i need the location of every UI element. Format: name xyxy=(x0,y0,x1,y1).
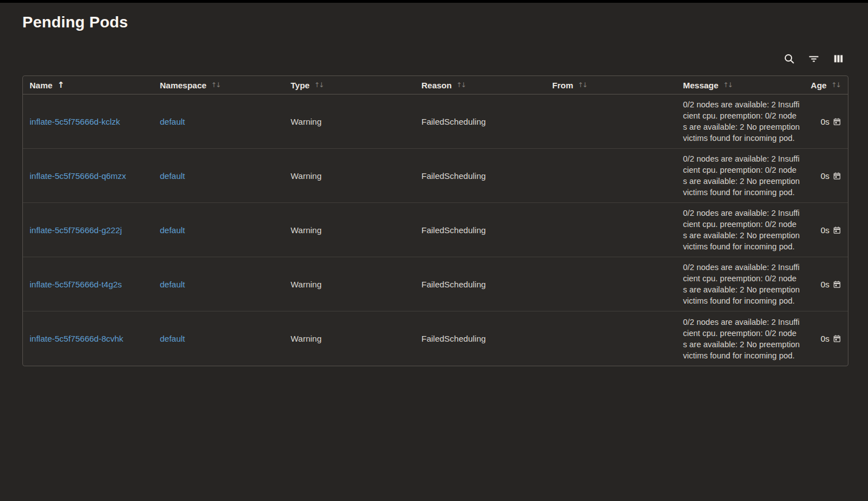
sort-icon: ↑↓ xyxy=(831,81,840,89)
column-header-message[interactable]: Message ↑↓ xyxy=(676,81,805,90)
cell-name: inflate-5c5f75666d-kclzk xyxy=(23,117,153,126)
sort-icon: ↑↓ xyxy=(211,81,220,89)
cell-namespace: default xyxy=(153,171,284,181)
cell-name: inflate-5c5f75666d-q6mzx xyxy=(23,171,153,181)
calendar-icon xyxy=(833,334,841,343)
cell-age: 0s xyxy=(805,225,848,235)
pod-link[interactable]: inflate-5c5f75666d-kclzk xyxy=(30,117,120,126)
column-label: Name xyxy=(30,81,53,90)
table-row: inflate-5c5f75666d-g222j default Warning… xyxy=(23,203,848,257)
sort-icon: ↑↓ xyxy=(723,81,732,89)
sort-icon: ↑↓ xyxy=(314,81,323,89)
cell-reason: FailedScheduling xyxy=(415,225,546,235)
cell-reason: FailedScheduling xyxy=(415,117,546,126)
cell-reason: FailedScheduling xyxy=(415,171,546,181)
age-value: 0s xyxy=(820,334,829,343)
calendar-icon xyxy=(833,226,841,234)
age-value: 0s xyxy=(820,117,829,126)
cell-message: 0/2 nodes are available: 2 Insufficient … xyxy=(676,99,805,144)
cell-namespace: default xyxy=(153,334,284,343)
cell-age: 0s xyxy=(805,334,848,343)
columns-button[interactable] xyxy=(830,50,847,67)
cell-reason: FailedScheduling xyxy=(415,334,546,343)
search-icon xyxy=(783,53,795,65)
column-header-namespace[interactable]: Namespace ↑↓ xyxy=(153,81,284,90)
column-label: From xyxy=(552,81,573,90)
column-label: Message xyxy=(683,81,718,90)
age-value: 0s xyxy=(820,171,829,181)
cell-namespace: default xyxy=(153,225,284,235)
namespace-link[interactable]: default xyxy=(160,171,185,181)
sort-icon: ↑↓ xyxy=(578,81,587,89)
cell-type: Warning xyxy=(284,117,415,126)
cell-type: Warning xyxy=(284,171,415,181)
sort-icon: ↑↓ xyxy=(456,81,465,89)
column-header-age[interactable]: Age ↑↓ xyxy=(805,81,848,90)
namespace-link[interactable]: default xyxy=(160,334,185,343)
age-value: 0s xyxy=(820,280,829,289)
search-button[interactable] xyxy=(781,50,798,67)
cell-age: 0s xyxy=(805,280,848,289)
pod-link[interactable]: inflate-5c5f75666d-8cvhk xyxy=(30,334,124,343)
calendar-icon xyxy=(833,117,841,126)
column-header-type[interactable]: Type ↑↓ xyxy=(284,81,415,90)
table-row: inflate-5c5f75666d-q6mzx default Warning… xyxy=(23,149,848,203)
cell-namespace: default xyxy=(153,117,284,126)
table-row: inflate-5c5f75666d-8cvhk default Warning… xyxy=(23,311,848,366)
column-label: Type xyxy=(291,81,310,90)
table-row: inflate-5c5f75666d-kclzk default Warning… xyxy=(23,94,848,149)
view-columns-icon xyxy=(832,53,845,65)
cell-age: 0s xyxy=(805,117,848,126)
cell-namespace: default xyxy=(153,280,284,289)
table-row: inflate-5c5f75666d-t4g2s default Warning… xyxy=(23,257,848,311)
column-label: Age xyxy=(811,81,827,90)
page-title: Pending Pods xyxy=(22,13,128,31)
filter-button[interactable] xyxy=(805,50,822,67)
cell-message: 0/2 nodes are available: 2 Insufficient … xyxy=(676,153,805,198)
namespace-link[interactable]: default xyxy=(160,225,185,235)
column-label: Reason xyxy=(421,81,452,90)
column-label: Namespace xyxy=(160,81,206,90)
cell-name: inflate-5c5f75666d-t4g2s xyxy=(23,280,153,289)
column-header-from[interactable]: From ↑↓ xyxy=(546,81,676,90)
table-toolbar xyxy=(781,50,847,67)
cell-type: Warning xyxy=(284,334,415,343)
cell-reason: FailedScheduling xyxy=(415,280,546,289)
top-bar xyxy=(0,0,868,3)
cell-type: Warning xyxy=(284,225,415,235)
pending-pods-table: Name ↑ Namespace ↑↓ Type ↑↓ Reason ↑↓ Fr… xyxy=(22,75,848,366)
calendar-icon xyxy=(833,172,841,180)
cell-age: 0s xyxy=(805,171,848,181)
age-value: 0s xyxy=(820,225,829,235)
cell-message: 0/2 nodes are available: 2 Insufficient … xyxy=(676,316,805,361)
cell-message: 0/2 nodes are available: 2 Insufficient … xyxy=(676,262,805,306)
cell-type: Warning xyxy=(284,280,415,289)
namespace-link[interactable]: default xyxy=(160,280,185,289)
column-header-reason[interactable]: Reason ↑↓ xyxy=(415,81,546,90)
pod-link[interactable]: inflate-5c5f75666d-t4g2s xyxy=(30,280,122,289)
pod-link[interactable]: inflate-5c5f75666d-q6mzx xyxy=(30,171,126,181)
column-header-name[interactable]: Name ↑ xyxy=(23,80,153,90)
namespace-link[interactable]: default xyxy=(160,117,185,126)
sort-asc-icon: ↑ xyxy=(58,80,65,90)
cell-message: 0/2 nodes are available: 2 Insufficient … xyxy=(676,207,805,252)
table-header-row: Name ↑ Namespace ↑↓ Type ↑↓ Reason ↑↓ Fr… xyxy=(23,76,848,94)
pod-link[interactable]: inflate-5c5f75666d-g222j xyxy=(30,225,122,235)
filter-icon xyxy=(808,53,820,65)
cell-name: inflate-5c5f75666d-g222j xyxy=(23,225,153,235)
calendar-icon xyxy=(833,280,841,289)
cell-name: inflate-5c5f75666d-8cvhk xyxy=(23,334,153,343)
